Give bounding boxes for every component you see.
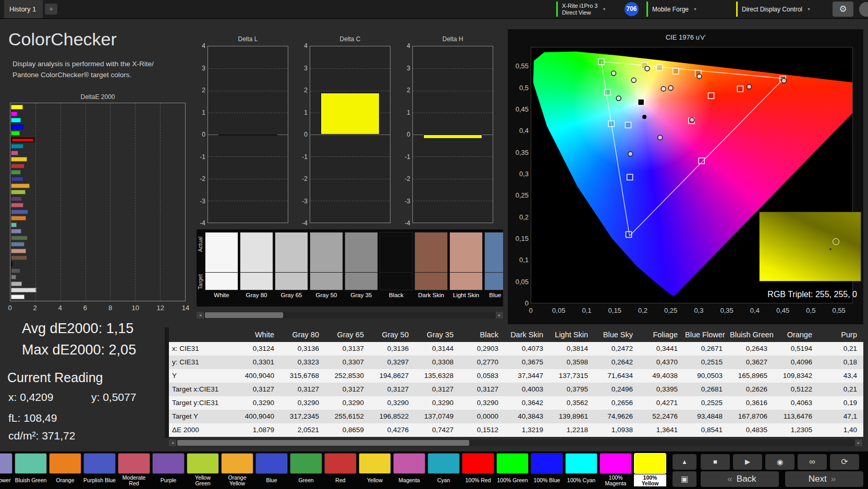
scroll-left-icon[interactable]: ◄	[169, 439, 176, 446]
patch-button-100-cyan[interactable]: 100% Cyan	[565, 453, 597, 486]
patch-button-blue[interactable]: Blue	[255, 453, 288, 486]
patch-button-orange[interactable]: Orange	[49, 453, 81, 486]
table-cell: 252,8530	[326, 369, 371, 383]
swatch-column: Light Skin	[449, 232, 483, 298]
patch-button-100-green[interactable]: 100% Green	[496, 453, 529, 486]
axis-tick-label: -3	[398, 198, 410, 205]
target-marker	[625, 122, 631, 128]
table-header-cell: White	[237, 327, 282, 342]
deltae-bar	[11, 249, 26, 253]
deltae-bar	[11, 125, 23, 129]
patch-label: 100% Blue	[531, 474, 563, 486]
swatch-scrollbar[interactable]: ◄ ►	[197, 312, 503, 319]
patch-button-100-yellow[interactable]: 100% Yellow	[634, 453, 666, 486]
swatch-row: WhiteGray 80Gray 65Gray 50Gray 35BlackDa…	[205, 232, 503, 298]
deltae-bar	[11, 144, 23, 149]
table-cell: 400,9040	[237, 369, 282, 383]
patch-button-green[interactable]: Green	[290, 453, 322, 486]
scrollbar-thumb[interactable]	[177, 440, 469, 446]
patch-button-purple[interactable]: Purple	[152, 453, 185, 486]
patch-label: 100% Magenta	[600, 474, 632, 486]
stop-button[interactable]: ■	[701, 454, 730, 470]
chevrons-left-icon: «	[727, 474, 732, 484]
back-button[interactable]: «Back	[701, 471, 779, 487]
swatch-target	[275, 273, 308, 290]
swatch-actual	[484, 232, 503, 273]
patch-button-magenta[interactable]: Magenta	[393, 453, 425, 486]
next-button[interactable]: Next»	[785, 471, 863, 487]
patch-preview	[759, 212, 861, 282]
capture-icon: ◉	[777, 458, 783, 466]
table-header-cell: Dark Skin	[506, 327, 551, 342]
patch-button-blue-flower[interactable]: Blue Flower	[0, 453, 13, 486]
target-marker	[657, 65, 663, 70]
table-scrollbar[interactable]: ◄ ►	[169, 439, 862, 446]
axis-tick-label: -2	[193, 175, 205, 182]
patch-button-red[interactable]: Red	[324, 453, 357, 486]
max-de2000-value: Max dE2000: 2,05	[22, 342, 136, 358]
meter-selector[interactable]: X-Rite i1Pro 3 Direct View ▼	[556, 0, 622, 18]
table-cell: 0,4835	[730, 423, 775, 437]
patch-row: Blue FlowerBluish GreenOrangePurplish Bl…	[0, 453, 666, 486]
swatch-actual	[205, 232, 238, 273]
measure-button[interactable]: ▶	[733, 454, 762, 470]
gridline	[85, 103, 86, 301]
pattern-window-button[interactable]: ▣	[673, 471, 696, 487]
deltae-bar	[11, 295, 25, 299]
axis-tick-label: 4	[398, 42, 410, 50]
patch-label: Yellow Green	[187, 474, 219, 486]
display-control-selector[interactable]: Direct Display Control ▼	[736, 0, 829, 18]
scrollbar-thumb[interactable]	[205, 312, 283, 318]
patch-label: Purple	[152, 474, 185, 486]
new-tab-button[interactable]: +	[45, 4, 57, 15]
chevron-down-icon[interactable]: ▼	[693, 7, 697, 11]
deltae-bar	[11, 210, 28, 214]
clipped-round-button[interactable]	[859, 2, 868, 17]
table-cell: 0,3795	[551, 383, 595, 396]
display-control-name: Direct Display Control	[742, 6, 802, 13]
settings-button[interactable]: ⚙	[833, 2, 853, 17]
patch-button-yellow-green[interactable]: Yellow Green	[187, 453, 219, 486]
tab-history-1[interactable]: History 1	[4, 0, 43, 18]
chevron-down-icon[interactable]: ▼	[602, 7, 606, 11]
patch-button-bluish-green[interactable]: Bluish Green	[15, 453, 47, 486]
patch-label: Blue Flower	[0, 474, 13, 486]
refresh-button[interactable]: ⟳	[830, 454, 859, 470]
swatch-target	[240, 273, 273, 290]
patch-button-yellow[interactable]: Yellow	[359, 453, 391, 486]
patch-button-100-magenta[interactable]: 100% Magenta	[600, 453, 632, 486]
continuous-loop-button[interactable]: ∞	[798, 454, 827, 470]
swatch-column: Gray 65	[275, 232, 308, 298]
chevron-down-icon[interactable]: ▼	[807, 7, 811, 11]
patch-button-100-blue[interactable]: 100% Blue	[531, 453, 563, 486]
scroll-left-icon[interactable]: ◄	[197, 312, 204, 319]
table-cell: 0,4096	[775, 356, 820, 369]
patch-button-purplish-blue[interactable]: Purplish Blue	[83, 453, 116, 486]
table-cell: 71,6434	[595, 369, 640, 383]
axis-tick-label: 0,15	[509, 235, 529, 242]
patch-button-100-red[interactable]: 100% Red	[462, 453, 494, 486]
measurement-marker	[628, 152, 633, 156]
table-cell: 1,40	[820, 423, 863, 437]
swatch-column: Gray 50	[310, 232, 343, 298]
patch-selection-bar: Blue FlowerBluish GreenOrangePurplish Bl…	[0, 451, 868, 489]
table-cell: 317,2345	[282, 410, 326, 423]
pattern-popup-button[interactable]: ▲	[673, 454, 696, 470]
swatch-actual	[414, 232, 448, 273]
capture-button[interactable]: ◉	[765, 454, 794, 470]
gridline	[413, 201, 493, 201]
scroll-right-icon[interactable]: ►	[855, 439, 862, 446]
patch-button-cyan[interactable]: Cyan	[427, 453, 460, 486]
table-cell: 0,21	[820, 342, 863, 356]
patch-button-orange-yellow[interactable]: Orange Yellow	[221, 453, 253, 486]
target-marker	[708, 93, 714, 99]
deltae-bars	[11, 105, 184, 299]
table-cell: 0,3814	[551, 342, 595, 356]
patch-button-moderate-red[interactable]: Moderate Red	[118, 453, 150, 486]
scroll-right-icon[interactable]: ►	[496, 312, 503, 319]
swatch-actual	[449, 232, 483, 273]
measurement-marker	[631, 78, 636, 82]
table-cell: 0,4063	[775, 396, 820, 410]
table-cell: 0,3307	[326, 356, 371, 369]
source-selector[interactable]: Mobile Forge ▼	[646, 0, 725, 18]
